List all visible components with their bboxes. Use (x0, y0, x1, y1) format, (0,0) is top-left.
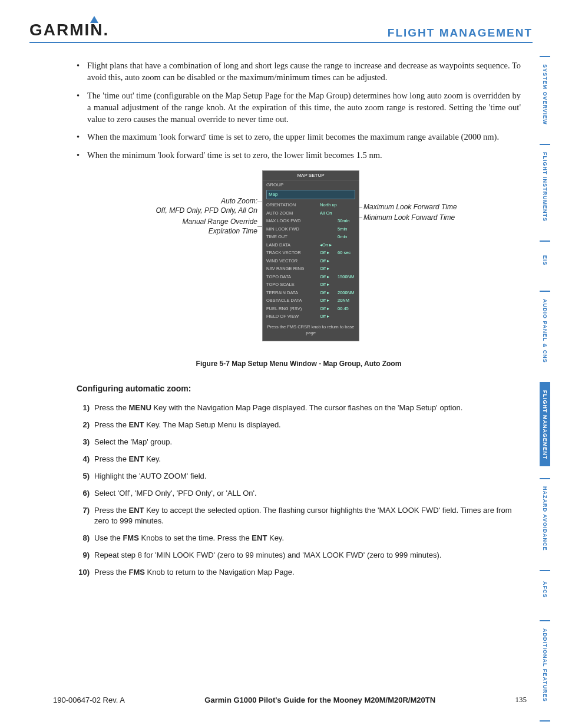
bullet-text: When the minimum 'look forward' time is … (87, 149, 521, 161)
figure-area: Auto Zoom: Off, MFD Only, PFD Only, All … (110, 170, 487, 353)
step-text: Press the ENT Key to accept the selected… (94, 505, 521, 528)
map-setup-row-label: FIELD OF VIEW (266, 314, 320, 320)
map-setup-row-label: TOPO DATA (266, 274, 320, 281)
map-setup-row-value: Off ▸ (320, 266, 338, 272)
bullet-item: •The 'time out' time (configurable on th… (77, 90, 521, 126)
garmin-logo: GARMIN. (29, 21, 109, 39)
sidebar-tab[interactable]: SYSTEM OVERVIEW (540, 56, 550, 132)
step-number: 10) (77, 567, 94, 578)
section-title: FLIGHT MANAGEMENT (388, 27, 533, 39)
map-setup-row-value: Off ▸ (320, 282, 338, 288)
map-setup-row-label: TIME OUT (266, 234, 320, 241)
map-setup-row: FIELD OF VIEWOff ▸ (263, 313, 359, 321)
map-setup-row-value: Off ▸ (320, 250, 338, 256)
step-item: 3)Select the 'Map' group. (77, 437, 521, 448)
bullet-text: Flight plans that have a combination of … (87, 60, 521, 84)
map-setup-row-value: ◂On ▸ (320, 242, 338, 249)
steps-list: 1)Press the MENU Key with the Navigation… (77, 403, 521, 578)
step-text: Repeat step 8 for 'MIN LOOK FWD' (zero t… (94, 550, 521, 561)
callout-manual-line1: Manual Range Override (183, 218, 257, 226)
map-setup-row-label: AUTO ZOOM (266, 210, 320, 217)
bullet-item: •When the minimum 'look forward' time is… (77, 149, 521, 161)
map-setup-row: AUTO ZOOMAll On (263, 209, 359, 218)
callout-max-fwd: Maximum Look Forward Time (363, 203, 457, 212)
map-setup-rows: ORIENTATIONNorth upAUTO ZOOMAll On MAX L… (263, 202, 359, 321)
map-setup-row: ORIENTATIONNorth up (263, 202, 359, 210)
bullet-dot-icon: • (77, 149, 87, 161)
step-text: Press the MENU Key with the Navigation M… (94, 403, 521, 414)
logo-dot: . (104, 21, 110, 39)
map-setup-window: MAP SETUP GROUP Map ORIENTATIONNorth upA… (262, 170, 359, 341)
sidebar-tab[interactable]: FLIGHT INSTRUMENTS (540, 144, 550, 229)
map-setup-row-extra: 60 sec (338, 250, 355, 256)
map-setup-footer: Press the FMS CRSR knob to return to bas… (263, 321, 359, 341)
footer-revision: 190-00647-02 Rev. A (53, 696, 125, 704)
map-setup-row-value (320, 218, 338, 225)
map-setup-row-value: Off ▸ (320, 314, 338, 320)
sidebar-tab[interactable]: AFCS (540, 570, 550, 608)
page-header: GARMIN. FLIGHT MANAGEMENT (0, 0, 562, 39)
map-setup-row-extra: 0min (338, 234, 355, 241)
map-setup-row-label: WIND VECTOR (266, 258, 320, 265)
step-text: Use the FMS Knobs to set the time. Press… (94, 533, 521, 544)
sidebar-tab[interactable]: HAZARD AVOIDANCE (540, 478, 550, 558)
step-number: 2) (77, 420, 94, 431)
step-number: 6) (77, 488, 94, 499)
map-setup-row-extra (338, 266, 355, 272)
map-setup-row-extra (338, 258, 355, 265)
map-setup-row-label: TRACK VECTOR (266, 250, 320, 256)
map-setup-row: TIME OUT0min (263, 233, 359, 242)
map-setup-row-label: NAV RANGE RING (266, 266, 320, 272)
sidebar-tab[interactable]: APPENDICES (540, 720, 550, 728)
map-setup-row-label: FUEL RNG (RSV) (266, 306, 320, 312)
step-item: 1)Press the MENU Key with the Navigation… (77, 403, 521, 414)
bullet-dot-icon: • (77, 131, 87, 143)
sidebar-tab[interactable]: FLIGHT MANAGEMENT (540, 382, 550, 467)
step-number: 9) (77, 550, 94, 561)
step-item: 5)Highlight the 'AUTO ZOOM' field. (77, 471, 521, 482)
map-setup-row-extra (338, 210, 355, 217)
step-item: 7)Press the ENT Key to accept the select… (77, 505, 521, 528)
logo-triangle-icon (90, 16, 98, 23)
callout-manual-line2: Expiration Time (209, 227, 257, 235)
bullet-dot-icon: • (77, 90, 87, 126)
step-item: 9)Repeat step 8 for 'MIN LOOK FWD' (zero… (77, 550, 521, 561)
map-setup-row-value: North up (320, 202, 338, 209)
bullet-text: When the maximum 'look forward' time is … (87, 131, 521, 143)
figure-caption: Figure 5-7 Map Setup Menu Window - Map G… (77, 359, 521, 369)
map-setup-row-label: TERRAIN DATA (266, 290, 320, 297)
map-setup-row-value: Off ▸ (320, 306, 338, 312)
map-setup-row-extra (338, 242, 355, 249)
map-setup-row-extra: 1500NM (338, 274, 355, 281)
callout-auto-zoom-title: Auto Zoom: (221, 197, 257, 205)
config-heading: Configuring automatic zoom: (77, 383, 521, 395)
step-number: 8) (77, 533, 94, 544)
map-setup-row-extra (338, 282, 355, 288)
sidebar-tab[interactable]: EIS (540, 241, 550, 279)
bullet-text: The 'time out' time (configurable on the… (87, 90, 521, 126)
map-setup-row-extra: 20NM (338, 298, 355, 304)
sidebar-tab[interactable]: AUDIO PANEL & CNS (540, 291, 550, 370)
step-text: Press the ENT Key. (94, 454, 521, 465)
bullet-dot-icon: • (77, 60, 87, 84)
map-setup-row-label: TOPO SCALE (266, 282, 320, 288)
step-text: Press the ENT Key. The Map Setup Menu is… (94, 420, 521, 431)
callout-auto-zoom-sub: Off, MFD Only, PFD Only, All On (156, 206, 257, 215)
map-setup-row-extra (338, 314, 355, 320)
map-setup-group-label: GROUP (263, 180, 359, 189)
step-number: 3) (77, 437, 94, 448)
map-setup-row: NAV RANGE RINGOff ▸ (263, 265, 359, 274)
map-setup-row-extra: 00:45 (338, 306, 355, 312)
map-setup-title: MAP SETUP (263, 171, 359, 180)
map-setup-row-value: Off ▸ (320, 258, 338, 265)
bullet-item: •Flight plans that have a combination of… (77, 60, 521, 84)
bullet-list: •Flight plans that have a combination of… (77, 60, 521, 161)
map-setup-row: FUEL RNG (RSV)Off ▸00:45 (263, 305, 359, 313)
map-setup-row: TRACK VECTOROff ▸60 sec (263, 249, 359, 258)
map-setup-row-value (320, 234, 338, 241)
map-setup-row: MAX LOOK FWD30min (263, 218, 359, 226)
step-text: Select the 'Map' group. (94, 437, 521, 448)
map-setup-row: MIN LOOK FWD5min (263, 225, 359, 233)
callout-min-fwd: Minimum Look Forward Time (363, 213, 455, 223)
map-setup-row-label: MIN LOOK FWD (266, 226, 320, 233)
